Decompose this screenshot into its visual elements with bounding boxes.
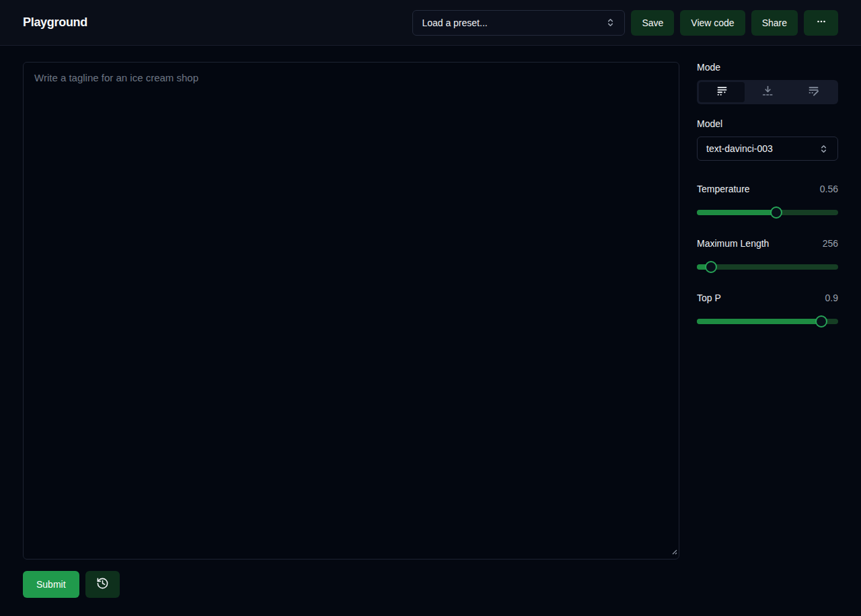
ellipsis-icon — [815, 15, 827, 30]
history-icon — [96, 577, 109, 592]
prompt-textarea[interactable] — [23, 62, 679, 560]
tab-insert-mode[interactable] — [745, 82, 790, 102]
max-length-slider-thumb[interactable] — [705, 261, 717, 273]
temperature-value: 0.56 — [820, 184, 838, 194]
model-select-value: text-davinci-003 — [706, 143, 773, 154]
max-length-value: 256 — [823, 238, 838, 249]
chevron-up-down-icon — [605, 17, 615, 28]
mode-tabs — [697, 80, 838, 104]
sliders-section: Temperature 0.56 Maximum Length 256 — [697, 184, 838, 324]
model-label: Model — [697, 118, 838, 129]
editor-actions: Submit — [23, 571, 679, 598]
prompt-editor-wrap — [23, 62, 679, 560]
max-length-slider-group: Maximum Length 256 — [697, 238, 838, 270]
tab-complete-mode[interactable] — [699, 82, 745, 102]
tab-edit-mode[interactable] — [790, 82, 836, 102]
top-p-slider-group: Top P 0.9 — [697, 293, 838, 324]
temperature-slider[interactable] — [697, 210, 838, 215]
temperature-slider-thumb[interactable] — [770, 206, 782, 219]
max-length-slider[interactable] — [697, 264, 838, 270]
settings-panel: Mode — [697, 62, 838, 598]
save-button[interactable]: Save — [631, 10, 674, 36]
load-preset-value: Load a preset... — [422, 17, 487, 28]
top-p-label: Top P — [697, 293, 721, 303]
history-button[interactable] — [85, 571, 120, 598]
submit-button[interactable]: Submit — [23, 571, 79, 598]
main-content: Submit Mode — [0, 46, 861, 598]
max-length-label: Maximum Length — [697, 238, 769, 249]
top-p-value: 0.9 — [825, 293, 838, 303]
model-section: Model text-davinci-003 — [697, 118, 838, 161]
editor-column: Submit — [23, 62, 679, 598]
header: Playground Load a preset... Save View co… — [0, 0, 861, 46]
complete-mode-icon — [716, 85, 728, 100]
mode-label: Mode — [697, 62, 838, 73]
top-p-slider-thumb[interactable] — [815, 315, 827, 328]
header-controls: Load a preset... Save View code Share — [412, 10, 838, 36]
more-options-button[interactable] — [804, 10, 838, 36]
top-p-slider[interactable] — [697, 319, 838, 324]
load-preset-select[interactable]: Load a preset... — [412, 10, 625, 36]
insert-mode-icon — [762, 85, 774, 100]
view-code-button[interactable]: View code — [680, 10, 745, 36]
model-select[interactable]: text-davinci-003 — [697, 137, 838, 161]
temperature-slider-fill — [697, 210, 776, 215]
top-p-slider-fill — [697, 319, 821, 324]
page-title: Playground — [23, 15, 87, 30]
edit-mode-icon — [808, 85, 819, 100]
chevron-up-down-icon — [819, 144, 829, 154]
temperature-slider-group: Temperature 0.56 — [697, 184, 838, 215]
temperature-label: Temperature — [697, 184, 750, 194]
share-button[interactable]: Share — [751, 10, 798, 36]
